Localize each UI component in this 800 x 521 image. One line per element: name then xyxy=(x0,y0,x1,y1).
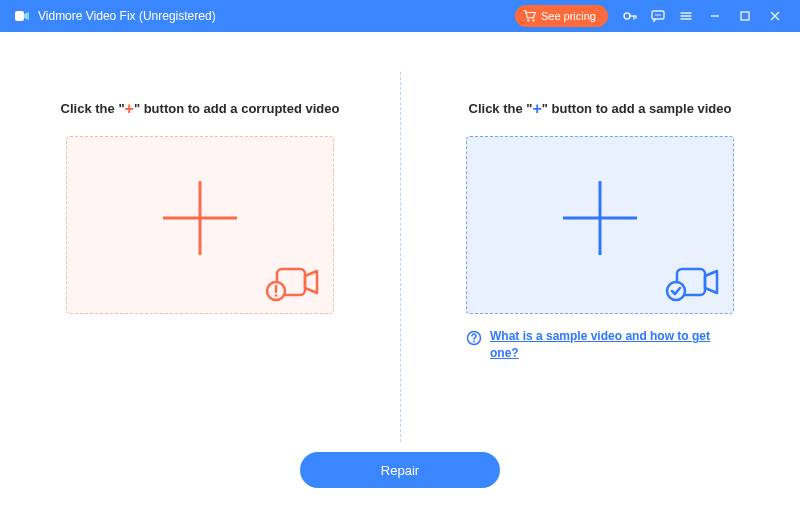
see-pricing-button[interactable]: See pricing xyxy=(515,5,608,27)
app-title: Vidmore Video Fix (Unregistered) xyxy=(38,9,216,23)
maximize-button[interactable] xyxy=(730,0,760,32)
svg-point-1 xyxy=(527,19,529,21)
camera-error-icon xyxy=(263,261,321,303)
camera-check-icon xyxy=(663,261,721,303)
cart-icon xyxy=(523,9,537,23)
svg-rect-0 xyxy=(15,11,24,21)
svg-point-20 xyxy=(473,341,475,343)
minimize-button[interactable] xyxy=(700,0,730,32)
left-panel: Click the "+" button to add a corrupted … xyxy=(0,52,400,452)
titlebar: Vidmore Video Fix (Unregistered) See pri… xyxy=(0,0,800,32)
right-instruction: Click the "+" button to add a sample vid… xyxy=(469,100,732,118)
svg-point-6 xyxy=(657,14,659,16)
see-pricing-label: See pricing xyxy=(541,10,596,22)
menu-icon[interactable] xyxy=(672,0,700,32)
repair-button[interactable]: Repair xyxy=(300,452,500,488)
app-logo-icon xyxy=(14,8,30,24)
svg-rect-8 xyxy=(741,12,749,20)
add-corrupted-video-dropzone[interactable] xyxy=(66,136,334,314)
svg-point-2 xyxy=(532,19,534,21)
plus-icon xyxy=(557,175,643,261)
plus-icon-inline-blue: + xyxy=(533,100,542,117)
close-button[interactable] xyxy=(760,0,790,32)
feedback-icon[interactable] xyxy=(644,0,672,32)
plus-icon-inline-red: + xyxy=(125,100,134,117)
help-row: What is a sample video and how to get on… xyxy=(466,328,734,362)
svg-point-3 xyxy=(624,13,630,19)
plus-icon xyxy=(157,175,243,261)
vertical-divider xyxy=(400,72,401,442)
main-content: Click the "+" button to add a corrupted … xyxy=(0,32,800,452)
right-panel: Click the "+" button to add a sample vid… xyxy=(400,52,800,452)
footer: Repair xyxy=(0,452,800,521)
svg-point-7 xyxy=(659,14,661,16)
key-icon[interactable] xyxy=(616,0,644,32)
repair-label: Repair xyxy=(381,463,419,478)
svg-point-14 xyxy=(275,294,278,297)
sample-video-help-link[interactable]: What is a sample video and how to get on… xyxy=(490,328,734,362)
add-sample-video-dropzone[interactable] xyxy=(466,136,734,314)
help-icon xyxy=(466,330,482,346)
left-instruction: Click the "+" button to add a corrupted … xyxy=(61,100,340,118)
svg-point-5 xyxy=(655,14,657,16)
